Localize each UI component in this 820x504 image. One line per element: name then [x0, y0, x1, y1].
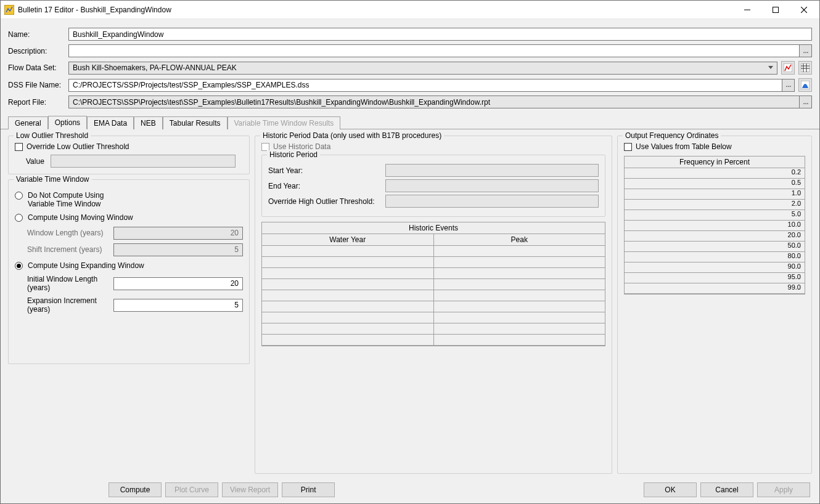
frequency-cell[interactable]: 50.0 — [625, 242, 805, 252]
table-icon-button[interactable] — [798, 61, 812, 75]
maximize-button[interactable] — [761, 1, 790, 19]
frequency-cell[interactable]: 95.0 — [625, 273, 805, 283]
name-input[interactable] — [73, 30, 808, 39]
override-high-outlier-label: Override High Outlier Threshold: — [268, 197, 380, 206]
start-year-input — [385, 164, 599, 177]
override-high-outlier-input — [385, 195, 599, 208]
apply-button: Apply — [757, 482, 810, 497]
plot-icon-button[interactable] — [781, 61, 795, 75]
vtw-radio-none-label: Do Not Compute Using Variable Time Windo… — [28, 191, 104, 208]
description-input[interactable] — [73, 47, 798, 55]
description-browse-button[interactable]: … — [799, 44, 812, 57]
close-button[interactable] — [790, 1, 818, 19]
historic-legend: Historic Period Data (only used with B17… — [260, 131, 444, 140]
expansion-increment-input[interactable]: 5 — [113, 299, 243, 312]
frequency-cell[interactable]: 0.2 — [625, 168, 805, 179]
frequency-cell[interactable]: 1.0 — [625, 189, 805, 200]
use-historic-label: Use Historic Data — [273, 142, 330, 151]
frequency-cell[interactable]: 90.0 — [625, 262, 805, 273]
low-outlier-legend: Low Outlier Threshold — [14, 131, 91, 140]
table-row[interactable] — [262, 268, 605, 279]
table-row[interactable] — [262, 246, 605, 257]
tab-variable-time-window-results: Variable Time Window Results — [228, 116, 341, 129]
name-field[interactable] — [68, 28, 812, 41]
header-form: Name: Description: … Flow Data Set: Bush… — [1, 19, 819, 116]
table-row[interactable] — [262, 290, 605, 301]
vtw-radio-moving[interactable] — [15, 214, 23, 222]
minimize-button[interactable] — [733, 1, 761, 19]
app-icon — [4, 5, 14, 15]
window-title: Bulletin 17 Editor - Bushkill_ExpandingW… — [18, 6, 733, 14]
historic-events-header: Historic Events — [262, 222, 605, 234]
dss-field[interactable]: … — [68, 79, 795, 92]
table-row[interactable] — [262, 335, 605, 346]
flowset-value: Bush Kill-Shoemakers, PA-FLOW-ANNUAL PEA… — [73, 63, 237, 72]
frequency-cell[interactable]: 0.5 — [625, 179, 805, 189]
tab-options[interactable]: Options — [48, 116, 87, 129]
table-row[interactable] — [262, 279, 605, 290]
frequency-cell[interactable]: 80.0 — [625, 252, 805, 262]
plot-curve-button: Plot Curve — [165, 482, 218, 497]
compute-button[interactable]: Compute — [109, 482, 162, 497]
variable-time-window-fieldset: Variable Time Window Do Not Compute Usin… — [8, 179, 250, 364]
historic-period-subfieldset: Historic Period Start Year: End Year: Ov… — [261, 155, 605, 217]
output-frequency-fieldset: Output Frequency Ordinates Use Values fr… — [617, 136, 812, 474]
vtw-radio-expanding[interactable] — [15, 262, 23, 270]
tabbar: General Options EMA Data NEB Tabular Res… — [1, 116, 819, 129]
override-low-outlier-label: Override Low Outlier Threshold — [27, 142, 129, 151]
report-value: C:\PROJECTS\SSP\Projects\test\SSP_Exampl… — [73, 98, 490, 107]
view-report-button: View Report — [222, 482, 278, 497]
print-button[interactable]: Print — [282, 482, 335, 497]
tab-neb[interactable]: NEB — [134, 116, 163, 129]
flowset-label: Flow Data Set: — [8, 63, 65, 72]
frequency-header: Frequency in Percent — [625, 156, 805, 168]
use-table-values-label: Use Values from Table Below — [636, 142, 732, 151]
report-field: C:\PROJECTS\SSP\Projects\test\SSP_Exampl… — [68, 96, 812, 108]
svg-rect-6 — [801, 63, 810, 72]
bulletin17-editor-window: Bulletin 17 Editor - Bushkill_ExpandingW… — [0, 0, 820, 504]
historic-period-fieldset: Historic Period Data (only used with B17… — [255, 136, 612, 474]
tab-ema-data[interactable]: EMA Data — [87, 116, 134, 129]
description-label: Description: — [8, 47, 65, 55]
window-length-input: 20 — [113, 227, 243, 240]
low-outlier-value-label: Value — [26, 157, 44, 166]
ok-button[interactable]: OK — [644, 482, 697, 497]
vtw-radio-none[interactable] — [15, 192, 23, 200]
col-water-year: Water Year — [262, 234, 434, 246]
tab-general[interactable]: General — [8, 116, 48, 129]
start-year-label: Start Year: — [268, 166, 380, 175]
override-low-outlier-checkbox[interactable] — [15, 143, 23, 151]
frequency-cell[interactable]: 5.0 — [625, 210, 805, 221]
use-table-values-checkbox[interactable] — [624, 143, 632, 151]
svg-rect-2 — [773, 7, 779, 12]
report-browse-button[interactable]: … — [799, 96, 812, 108]
cancel-button[interactable]: Cancel — [700, 482, 753, 497]
shift-increment-input: 5 — [113, 243, 243, 256]
report-label: Report File: — [8, 98, 65, 107]
table-row[interactable] — [262, 312, 605, 323]
curve-icon-button[interactable] — [798, 78, 812, 92]
vtw-radio-moving-label: Compute Using Moving Window — [28, 213, 133, 222]
dss-input[interactable] — [73, 81, 781, 89]
table-row[interactable] — [262, 257, 605, 268]
vtw-legend: Variable Time Window — [14, 175, 92, 184]
frequency-table: Frequency in Percent 0.20.51.02.05.010.0… — [624, 156, 805, 295]
expansion-increment-label: Expansion Increment (years) — [27, 296, 109, 314]
tab-tabular-results[interactable]: Tabular Results — [163, 116, 228, 129]
options-panel: Low Outlier Threshold Override Low Outli… — [1, 129, 819, 479]
dss-browse-button[interactable]: … — [782, 79, 795, 92]
frequency-cell[interactable]: 10.0 — [625, 221, 805, 231]
table-row[interactable] — [262, 301, 605, 312]
frequency-cell[interactable]: 20.0 — [625, 231, 805, 242]
initial-window-length-input[interactable]: 20 — [113, 277, 243, 290]
initial-window-length-label: Initial Window Length (years) — [27, 275, 109, 293]
frequency-cell[interactable]: 99.0 — [625, 283, 805, 294]
col-peak: Peak — [434, 234, 605, 246]
historic-period-legend: Historic Period — [267, 150, 320, 159]
description-field[interactable]: … — [68, 44, 812, 57]
chevron-down-icon — [768, 66, 773, 69]
end-year-label: End Year: — [268, 182, 380, 190]
flowset-dropdown[interactable]: Bush Kill-Shoemakers, PA-FLOW-ANNUAL PEA… — [68, 62, 777, 75]
table-row[interactable] — [262, 323, 605, 335]
frequency-cell[interactable]: 2.0 — [625, 200, 805, 210]
